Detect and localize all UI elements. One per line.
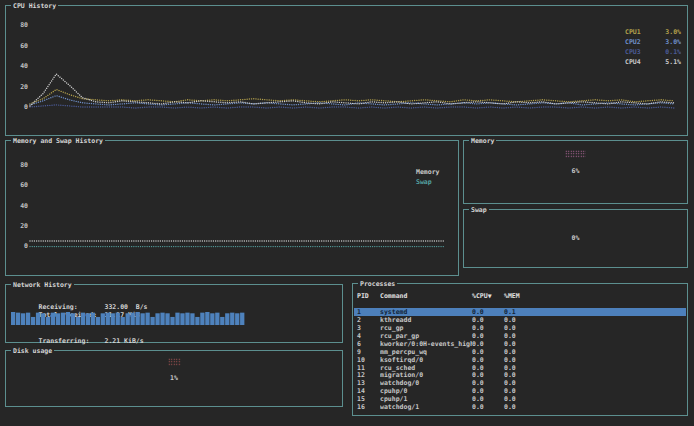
process-command: cpuhp/1 [380,395,472,403]
cpu-usage-chart [6,6,687,135]
memory-legend-label: Memory [416,168,439,178]
process-pid: 1 [354,308,380,316]
process-cpu: 0.0 [472,379,504,387]
processes-panel-title: Processes [358,280,397,288]
process-cpu: 0.0 [472,371,504,379]
disk-panel-title: Disk usage [11,347,54,355]
process-command: kthreadd [380,316,472,324]
cpu-history-panel: CPU History 80 60 40 20 0 CPU1 3.0% CPU2… [5,5,688,136]
cpu-legend-label: CPU3 [625,47,641,57]
process-row[interactable]: 6 kworker/0:0H-events_high 0.0 0.0 [354,340,686,348]
disk-gauge-wrap [6,358,342,368]
network-panel-title: Network History [11,281,74,289]
disk-usage-panel: Disk usage 1% [5,350,343,407]
process-row[interactable]: 2 kthreadd 0.0 0.0 [354,316,686,324]
process-pid: 13 [354,379,380,387]
process-command: rcu_gp [380,324,472,332]
process-mem: 0.0 [504,387,536,395]
memory-braille-gauge-icon [565,150,586,158]
process-row[interactable]: 14 cpuhp/0 0.0 0.0 [354,387,686,395]
process-mem: 0.0 [504,379,536,387]
disk-braille-gauge-icon [168,358,181,366]
process-pid: 6 [354,340,380,348]
process-pid: 4 [354,332,380,340]
process-cpu: 0.0 [472,356,504,364]
memory-panel-title: Memory [469,137,496,145]
process-pid: 9 [354,348,380,356]
process-table-body: 1 systemd 0.0 0.1 2 kthreadd 0.0 0.0 3 r… [354,308,686,411]
transferring-value: 2.21 KiB/s [104,337,143,345]
system-monitor-terminal: CPU History 80 60 40 20 0 CPU1 3.0% CPU2… [0,0,694,426]
process-cpu: 0.0 [472,308,504,316]
process-command: systemd [380,308,472,316]
process-mem: 0.0 [504,348,536,356]
memory-swap-history-panel: Memory and Swap History 80 60 40 20 0 Me… [5,140,459,276]
process-command: watchdog/1 [380,403,472,411]
process-pid: 16 [354,403,380,411]
process-row[interactable]: 13 watchdog/0 0.0 0.0 [354,379,686,387]
process-pid: 12 [354,371,380,379]
memory-percent: 6% [464,167,687,175]
process-row[interactable]: 16 watchdog/1 0.0 0.0 [354,403,686,411]
process-cpu: 0.0 [472,324,504,332]
process-mem: 0.0 [504,403,536,411]
process-command: cpuhp/0 [380,387,472,395]
process-row[interactable]: 9 mm_percpu_wq 0.0 0.0 [354,348,686,356]
process-row[interactable]: 10 ksoftirqd/0 0.0 0.0 [354,356,686,364]
process-mem: 0.0 [504,316,536,324]
cpu-legend-item: CPU4 5.1% [625,57,681,67]
memory-gauge-panel: Memory 6% [463,140,688,204]
network-history-panel: Network History Receiving:332.00 B/s Tot… [5,284,343,343]
process-command: mm_percpu_wq [380,348,472,356]
network-receive-sparkline [11,311,245,325]
transferring-label: Transferring: [38,337,104,345]
process-row-selected[interactable]: 1 systemd 0.0 0.1 [354,308,686,316]
cpu-legend-label: CPU2 [625,37,641,47]
process-cpu: 0.0 [472,348,504,356]
cpu-legend-value: 5.1% [665,57,681,67]
process-command: rcu_sched [380,364,472,372]
cpu-legend-value: 3.0% [665,27,681,37]
memory-gauge-wrap [464,150,687,160]
process-cpu: 0.0 [472,340,504,348]
swap-legend-label: Swap [416,178,432,188]
memory-legend-item: Memory [416,168,456,178]
process-pid: 14 [354,387,380,395]
cpu-legend-value: 3.0% [665,37,681,47]
process-command: watchdog/0 [380,379,472,387]
column-header-command: Command [380,292,472,300]
process-mem: 0.0 [504,364,536,372]
column-header-mem: %MEM [504,292,536,300]
process-row[interactable]: 11 rcu_sched 0.0 0.0 [354,364,686,372]
memory-swap-chart [6,141,458,275]
swap-percent: 0% [464,234,687,242]
process-command: kworker/0:0H-events_high [380,340,472,348]
process-row[interactable]: 12 migration/0 0.0 0.0 [354,372,686,380]
process-row[interactable]: 3 rcu_gp 0.0 0.0 [354,324,686,332]
swap-panel-title: Swap [469,206,489,214]
process-cpu: 0.0 [472,387,504,395]
column-header-cpu-sorted: %CPU▼ [472,292,504,300]
column-header-pid: PID [354,292,380,300]
memory-swap-legend: Memory Swap [416,168,456,187]
process-pid: 3 [354,324,380,332]
process-cpu: 0.0 [472,403,504,411]
process-mem: 0.0 [504,371,536,379]
cpu-legend-item: CPU2 3.0% [625,37,681,47]
process-row[interactable]: 4 rcu_par_gp 0.0 0.0 [354,332,686,340]
cpu-legend-item: CPU3 0.1% [625,47,681,57]
process-mem: 0.0 [504,324,536,332]
swap-legend-item: Swap [416,178,456,188]
process-pid: 11 [354,364,380,372]
process-cpu: 0.0 [472,316,504,324]
process-mem: 0.1 [504,308,536,316]
process-command: rcu_par_gp [380,332,472,340]
cpu-legend-value: 0.1% [665,47,681,57]
disk-percent: 1% [6,374,342,382]
process-row[interactable]: 15 cpuhp/1 0.0 0.0 [354,395,686,403]
process-cpu: 0.0 [472,332,504,340]
process-command: migration/0 [380,371,472,379]
process-cpu: 0.0 [472,395,504,403]
cpu-legend-item: CPU1 3.0% [625,27,681,37]
cpu-legend-label: CPU1 [625,27,641,37]
